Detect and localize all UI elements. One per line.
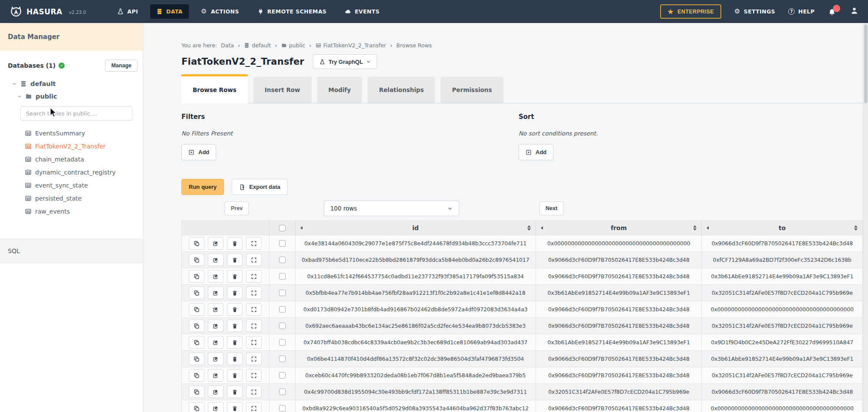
nav-item-events[interactable]: EVENTS bbox=[339, 4, 385, 19]
copy-row-button[interactable] bbox=[189, 270, 204, 283]
delete-row-button[interactable] bbox=[227, 270, 243, 283]
sidebar-table-eventssummary[interactable]: EventsSummary bbox=[0, 127, 143, 140]
nav-item-data[interactable]: DATA bbox=[150, 4, 189, 19]
page-scrollbar[interactable] bbox=[863, 23, 868, 412]
row-checkbox[interactable] bbox=[279, 372, 286, 379]
export-data-button[interactable]: Export data bbox=[232, 179, 288, 195]
tree-node-default[interactable]: default bbox=[12, 80, 143, 87]
delete-row-button[interactable] bbox=[227, 254, 243, 266]
nav-item-api[interactable]: API bbox=[111, 4, 144, 19]
select-all-checkbox[interactable] bbox=[279, 225, 286, 231]
expand-row-button[interactable] bbox=[246, 270, 262, 283]
chevron-down-icon[interactable] bbox=[17, 94, 22, 99]
row-checkbox[interactable] bbox=[279, 273, 286, 280]
prev-page-button[interactable]: Prev bbox=[225, 201, 249, 215]
column-header-from[interactable]: from bbox=[536, 221, 702, 235]
expand-row-button[interactable] bbox=[246, 254, 262, 266]
row-checkbox[interactable] bbox=[279, 389, 286, 395]
copy-row-button[interactable] bbox=[189, 402, 204, 412]
collapse-column-icon[interactable] bbox=[300, 226, 302, 230]
edit-row-button[interactable] bbox=[208, 386, 224, 398]
copy-row-button[interactable] bbox=[189, 237, 204, 250]
expand-row-button[interactable] bbox=[246, 336, 262, 349]
edit-row-button[interactable] bbox=[208, 303, 224, 316]
tab-relationships[interactable]: Relationships bbox=[368, 77, 435, 103]
chevron-down-icon[interactable] bbox=[12, 82, 16, 86]
expand-row-button[interactable] bbox=[246, 303, 262, 316]
delete-row-button[interactable] bbox=[227, 402, 243, 412]
copy-row-button[interactable] bbox=[189, 303, 204, 316]
row-checkbox[interactable] bbox=[279, 405, 286, 412]
expand-row-button[interactable] bbox=[246, 237, 262, 250]
expand-row-button[interactable] bbox=[246, 320, 262, 332]
hasura-brand[interactable]: HASURA v2.23.0 bbox=[10, 5, 86, 18]
try-graphql-button[interactable]: Try GraphQL bbox=[313, 54, 377, 69]
copy-row-button[interactable] bbox=[189, 369, 204, 382]
copy-row-button[interactable] bbox=[189, 336, 204, 349]
user-menu-button[interactable] bbox=[850, 7, 858, 16]
delete-row-button[interactable] bbox=[227, 287, 243, 299]
row-checkbox[interactable] bbox=[279, 240, 286, 247]
expand-row-button[interactable] bbox=[246, 369, 262, 382]
collapse-column-icon[interactable] bbox=[541, 226, 543, 230]
tab-modify[interactable]: Modify bbox=[317, 77, 362, 103]
edit-row-button[interactable] bbox=[208, 254, 224, 266]
nav-item-remote-schemas[interactable]: REMOTE SCHEMAS bbox=[251, 4, 333, 19]
row-checkbox[interactable] bbox=[279, 257, 286, 263]
delete-row-button[interactable] bbox=[227, 369, 243, 382]
column-header-id[interactable]: id bbox=[296, 221, 536, 235]
tab-insert-row[interactable]: Insert Row bbox=[253, 77, 312, 103]
delete-row-button[interactable] bbox=[227, 336, 243, 349]
scrollbar-thumb[interactable] bbox=[864, 24, 868, 103]
delete-row-button[interactable] bbox=[227, 353, 243, 365]
column-header-to[interactable]: to bbox=[702, 221, 862, 235]
enterprise-button[interactable]: ★ ENTERPRISE bbox=[660, 4, 721, 19]
edit-row-button[interactable] bbox=[208, 336, 224, 349]
row-checkbox[interactable] bbox=[279, 323, 286, 329]
notifications-button[interactable] bbox=[828, 7, 837, 17]
sql-section[interactable]: SQL bbox=[0, 239, 143, 263]
table-search-input[interactable] bbox=[20, 106, 132, 121]
edit-row-button[interactable] bbox=[208, 270, 224, 283]
sidebar-table-persisted-state[interactable]: persisted_state bbox=[0, 192, 143, 205]
delete-row-button[interactable] bbox=[227, 320, 243, 332]
sidebar-table-chain-metadata[interactable]: chain_metadata bbox=[0, 153, 143, 166]
sidebar-table-raw-events[interactable]: raw_events bbox=[0, 205, 143, 218]
delete-row-button[interactable] bbox=[227, 303, 243, 316]
edit-row-button[interactable] bbox=[208, 287, 224, 299]
sort-icon[interactable] bbox=[854, 225, 858, 231]
row-checkbox[interactable] bbox=[279, 290, 286, 296]
sort-icon[interactable] bbox=[693, 225, 697, 231]
delete-row-button[interactable] bbox=[227, 237, 243, 250]
expand-row-button[interactable] bbox=[246, 386, 262, 398]
help-button[interactable]: ? HELP bbox=[788, 8, 815, 15]
sidebar-table-event-sync-state[interactable]: event_sync_state bbox=[0, 179, 143, 192]
row-checkbox[interactable] bbox=[279, 306, 286, 313]
sidebar-table-dynamic-contract-registry[interactable]: dynamic_contract_registry bbox=[0, 166, 143, 179]
edit-row-button[interactable] bbox=[208, 402, 224, 412]
expand-row-button[interactable] bbox=[246, 287, 262, 299]
expand-row-button[interactable] bbox=[246, 402, 262, 412]
edit-row-button[interactable] bbox=[208, 353, 224, 365]
edit-row-button[interactable] bbox=[208, 237, 224, 250]
edit-row-button[interactable] bbox=[208, 369, 224, 382]
copy-row-button[interactable] bbox=[189, 320, 204, 332]
collapse-column-icon[interactable] bbox=[707, 226, 709, 230]
rows-per-page-select[interactable]: 100 rows bbox=[324, 201, 459, 216]
expand-row-button[interactable] bbox=[246, 353, 262, 365]
copy-row-button[interactable] bbox=[189, 353, 204, 365]
row-checkbox[interactable] bbox=[279, 339, 286, 346]
row-checkbox[interactable] bbox=[279, 356, 286, 362]
run-query-button[interactable]: Run query bbox=[181, 179, 224, 195]
edit-row-button[interactable] bbox=[208, 320, 224, 332]
copy-row-button[interactable] bbox=[189, 254, 204, 266]
copy-row-button[interactable] bbox=[189, 386, 204, 398]
delete-row-button[interactable] bbox=[227, 386, 243, 398]
add-filter-button[interactable]: Add bbox=[181, 144, 216, 160]
sidebar-table-fiattokenv2-2-transfer[interactable]: FiatTokenV2_2_Transfer bbox=[0, 140, 143, 153]
tree-node-public[interactable]: public bbox=[17, 93, 143, 100]
breadcrumb-item-table[interactable]: FiatTokenV2_2_Transfer bbox=[316, 42, 386, 49]
breadcrumb-item-data[interactable]: Data bbox=[221, 42, 234, 49]
copy-row-button[interactable] bbox=[189, 287, 204, 299]
breadcrumb-item-public[interactable]: public bbox=[281, 42, 306, 49]
